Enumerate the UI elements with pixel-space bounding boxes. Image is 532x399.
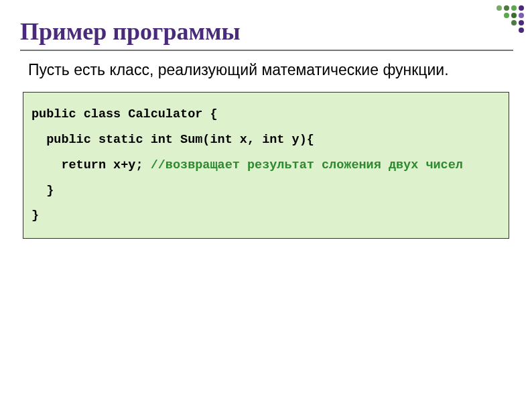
code-line: return x+y;: [31, 158, 151, 172]
slide-container: Пример программы Пусть есть класс, реали…: [0, 0, 532, 399]
code-line: }: [31, 209, 39, 223]
dot-icon: [519, 13, 524, 18]
code-comment: //возвращает результат сложения двух чис…: [151, 158, 463, 172]
code-line: }: [31, 184, 54, 198]
dot-icon: [496, 5, 502, 11]
dot-icon: [504, 5, 509, 11]
dot-icon: [519, 20, 524, 25]
dot-icon: [511, 5, 517, 11]
dot-icon: [519, 27, 524, 33]
slide-title: Пример программы: [20, 17, 513, 51]
slide-description: Пусть есть класс, реализующий математиче…: [28, 60, 513, 80]
code-block: public class Calculator { public static …: [23, 92, 509, 239]
corner-decoration: [496, 5, 524, 33]
dot-icon: [519, 5, 524, 11]
dot-icon: [511, 13, 517, 18]
code-line: public static int Sum(int x, int y){: [31, 133, 314, 147]
code-line: public class Calculator {: [31, 107, 218, 121]
dot-icon: [504, 13, 509, 18]
dot-icon: [511, 20, 517, 25]
